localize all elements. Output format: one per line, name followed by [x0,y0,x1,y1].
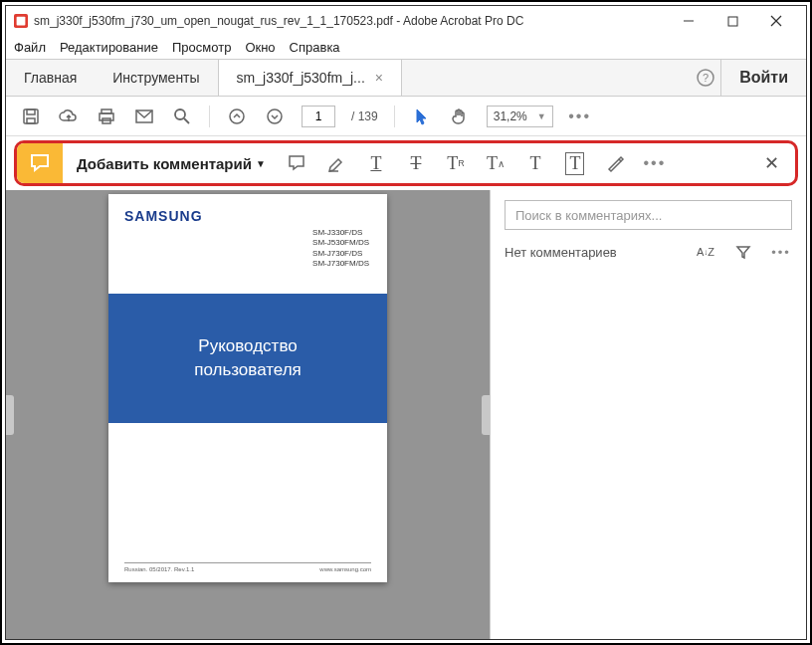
tab-tools[interactable]: Инструменты [95,60,217,96]
left-pane-handle[interactable] [6,395,14,435]
search-icon[interactable] [171,106,193,127]
filter-comments-icon[interactable] [732,244,754,260]
sticky-note-icon[interactable] [286,152,307,174]
tab-home[interactable]: Главная [6,60,95,96]
pointer-icon[interactable] [411,106,433,127]
svg-rect-12 [100,113,113,120]
tab-document-label: sm_j330f_j530fm_j... [237,70,365,86]
text-strikethrough-icon[interactable]: T [405,152,427,174]
pdf-page: SAMSUNG SM-J330F/DS SM-J530FM/DS SM-J730… [108,194,387,582]
comment-options-icon[interactable]: ••• [770,245,792,260]
more-comment-tools-icon[interactable]: ••• [644,152,666,174]
pdf-file-icon [14,14,28,28]
separator [394,106,395,127]
menu-window[interactable]: Окно [245,40,275,55]
menu-view[interactable]: Просмотр [172,40,231,55]
text-box-icon[interactable]: T [564,152,586,174]
svg-point-17 [230,109,244,123]
login-button[interactable]: Войти [720,60,806,96]
svg-point-15 [175,109,185,119]
hand-icon[interactable] [449,106,471,127]
text-underline-icon[interactable]: T [365,152,387,174]
text-tool-icon[interactable]: T [524,152,546,174]
comment-toolbar: Добавить комментарий▼ T T TR T∧ T T ••• … [14,140,798,186]
cloud-upload-icon[interactable] [58,106,80,127]
menu-edit[interactable]: Редактирование [60,40,158,55]
no-comments-label: Нет комментариев [505,245,617,260]
doc-models: SM-J330F/DS SM-J530FM/DS SM-J730F/DS SM-… [312,228,369,270]
svg-line-16 [184,118,189,123]
save-icon[interactable] [20,106,42,127]
svg-rect-10 [27,118,35,123]
page-total: / 139 [351,109,378,123]
page-down-icon[interactable] [264,106,286,127]
close-window-button[interactable] [754,6,798,36]
highlight-icon[interactable] [325,152,347,174]
tab-close-icon[interactable]: × [375,70,383,86]
svg-rect-8 [24,109,38,123]
page-number-input[interactable] [302,106,335,127]
draw-icon[interactable] [604,152,626,174]
menu-file[interactable]: Файл [14,40,46,55]
svg-point-18 [268,109,282,123]
doc-brand: SAMSUNG [124,208,203,224]
svg-rect-9 [27,109,35,114]
menu-help[interactable]: Справка [290,40,340,55]
comment-mode-icon[interactable] [17,143,63,183]
svg-rect-1 [17,17,26,26]
doc-footer-left: Russian. 05/2017. Rev.1.1 [124,566,194,572]
comment-search-input[interactable]: Поиск в комментариях... [505,200,792,230]
email-icon[interactable] [133,106,155,127]
more-tools-icon[interactable]: ••• [569,106,591,127]
maximize-button[interactable] [710,6,754,36]
close-comment-bar-icon[interactable]: ✕ [748,152,795,174]
svg-rect-3 [728,17,737,26]
document-viewport[interactable]: SAMSUNG SM-J330F/DS SM-J530FM/DS SM-J730… [6,190,490,639]
print-icon[interactable] [96,106,117,127]
text-insert-icon[interactable]: T∧ [485,152,507,174]
right-pane-handle[interactable] [482,395,490,435]
tab-document[interactable]: sm_j330f_j530fm_j... × [218,60,402,96]
doc-footer-right: www.samsung.com [319,566,371,572]
doc-title-box: Руководство пользователя [108,294,387,423]
page-up-icon[interactable] [226,106,248,127]
help-button[interactable]: ? [691,60,720,96]
minimize-button[interactable] [667,6,710,36]
separator [209,106,210,127]
svg-text:?: ? [703,72,709,84]
add-comment-dropdown[interactable]: Добавить комментарий▼ [63,155,280,172]
text-replace-icon[interactable]: TR [445,152,467,174]
zoom-dropdown[interactable]: 31,2%▼ [487,106,553,127]
sort-comments-icon[interactable]: A↓Z [695,246,716,258]
window-title: sm_j330f_j530fm_j730_um_open_nougat_rus_… [34,14,523,28]
